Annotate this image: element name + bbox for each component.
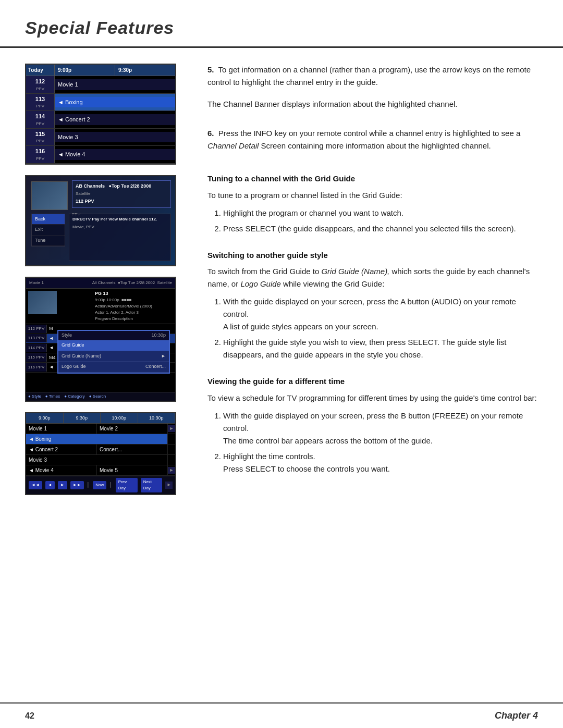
footer-page-number: 42 (25, 710, 34, 722)
guide1-ch-3: 115 PPV (26, 129, 55, 146)
tg-btn-now[interactable]: Now (93, 481, 106, 489)
guide-header: Today 9:00p 9:30p (26, 65, 175, 76)
tg-row-1: Movie 1 Movie 2 ► (26, 424, 175, 434)
step5-text: 5. To get information on a channel (rath… (207, 64, 538, 89)
step6-section: 6. Press the INFO key on your remote con… (207, 127, 538, 152)
cd-sidebar-back[interactable]: Back (32, 214, 65, 225)
tuning-intro: To tune to a program or channel listed i… (207, 189, 538, 202)
gs-style-header: Style 10:30p (58, 331, 169, 341)
gs-ch-num-4: 115 PPV (26, 353, 47, 362)
tg-btn-f[interactable]: ► (58, 481, 67, 489)
cd-info-title: AB Channels ●Top Tue 2/28 2000 (76, 183, 167, 190)
tg-header: 9:00p 9:30p 10:00p 10:30p (26, 413, 175, 424)
main-content: Today 9:00p 9:30p 112 PPV Movie 1 113 PP… (0, 64, 563, 495)
time-guide-screenshot: 9:00p 9:30p 10:00p 10:30p Movie 1 Movie … (25, 412, 176, 496)
tuning-steps: Highlight the program or channel you wan… (223, 207, 538, 235)
step5-note: The Channel Banner displays information … (207, 98, 538, 110)
gs-ch-num-5: 116 PPV (26, 363, 47, 372)
guide1-prog-0: Movie 1 (55, 79, 175, 90)
tg-prog-concert3: Concert... (97, 445, 168, 454)
tg-ctrl-now: │ (87, 482, 90, 489)
footer-chapter: Chapter 4 (495, 709, 538, 723)
tg-btn-rr[interactable]: ◄◄ (29, 481, 42, 489)
tg-btn-prev-day[interactable]: Prev Day (116, 478, 138, 492)
tg-btn-r[interactable]: ◄ (45, 481, 55, 489)
gs-style-logo[interactable]: Logo Guide Concert... (58, 362, 169, 373)
guide1-row-1: 113 PPV ◄ Boxing (26, 94, 175, 112)
gs-style-grid-name[interactable]: Grid Guide (Name) ► (58, 351, 169, 362)
guide-header-time2: 9:30p (115, 65, 175, 76)
tuning-step-2: Press SELECT (the guide disappears, and … (223, 223, 538, 235)
cd-background: AB Channels ●Top Tue 2/28 2000 Satellite… (26, 176, 175, 265)
tg-bottom-bar: ◄◄ ◄ ► ►► │ Now │ Prev Day Next Day ► (26, 476, 175, 494)
gs-style-label: Style (62, 332, 72, 339)
gs-style-logo-label: Logo Guide (62, 363, 86, 371)
gs-style-gridname-label: Grid Guide (Name) (62, 353, 101, 360)
tg-time-2: 9:30p (64, 413, 101, 424)
tg-row-4: Movie 3 ► (26, 455, 175, 465)
tg-btn-next-day[interactable]: Next Day (141, 478, 163, 492)
tuning-heading: Tuning to a channel with the Grid Guide (207, 173, 538, 185)
tg-time-4: 10:30p (138, 413, 176, 424)
cd-thumbnail (31, 181, 68, 210)
viewing-steps: With the guide displayed on your screen,… (223, 410, 538, 475)
guide1-row-3: 115 PPV Movie 3 (26, 129, 175, 146)
gs-prog-detail: Action/Adventure/Movie (2000)Actor 1, Ac… (95, 303, 152, 322)
gs-bottom-times: ● Times (45, 393, 60, 400)
gs-style-gridname-arrow: ► (161, 353, 166, 360)
tg-prog-movie2: Movie 2 (97, 424, 168, 434)
gs-style-time: 10:30p (151, 332, 166, 339)
gs-bottom-search: ● Search (89, 393, 106, 400)
switching-heading: Switching to another guide style (207, 250, 538, 262)
tg-prog-movie3: Movie 3 (26, 455, 168, 465)
switching-section: Switching to another guide style To swit… (207, 250, 538, 362)
switching-step-2: Highlight the guide style you wish to vi… (223, 336, 538, 361)
guide1-prog-1: ◄ Boxing (55, 97, 175, 108)
tuning-step-1: Highlight the program or channel you wan… (223, 207, 538, 219)
guide-header-today: Today (26, 65, 55, 76)
guide-header-time1: 9:00p (55, 65, 115, 76)
switching-step-1: With the guide displayed on your screen,… (223, 295, 538, 333)
gs-ch-num-1: 112 PPV (26, 325, 47, 333)
step6-em: Channel Detail (207, 141, 259, 150)
cd-description: DIRECTV Pay Per View Movie channel 112. … (69, 214, 171, 261)
guide1-prog-3: Movie 3 (55, 132, 175, 143)
gs-style-grid-label: Grid Guide (62, 342, 84, 349)
gs-style-logo-value: Concert... (145, 363, 166, 371)
gs-prog-time: 9:00p 10:00p ■■■■ (95, 297, 152, 303)
tg-row-5: ◄ Movie 4 Movie 5 ► (26, 465, 175, 476)
gs-prog-info: PG 13 9:00p 10:00p ■■■■ Action/Adventure… (93, 289, 154, 324)
viewing-heading: Viewing the guide for a different time (207, 376, 538, 388)
cd-sidebar-exit[interactable]: Exit (32, 225, 65, 236)
guide1-ch-2: 114 PPV (26, 111, 55, 128)
gs-bottom-category: ● Category (64, 393, 85, 400)
viewing-step-2: Highlight the time controls. Press SELEC… (223, 450, 538, 475)
page-footer: 42 Chapter 4 (0, 702, 563, 728)
tg-prog-boxing: ◄ Boxing (26, 434, 168, 444)
gs-ch-num-3: 114 PPV (26, 344, 47, 352)
guide1-prog-4: ◄ Movie 4 (55, 149, 175, 160)
guide1-ch-0: 112 PPV (26, 76, 55, 93)
gs-style-grid[interactable]: Grid Guide (58, 340, 169, 351)
step6-text: 6. Press the INFO key on your remote con… (207, 127, 538, 152)
gs-prog-title: PG 13 (95, 290, 152, 298)
tg-prog-movie5: Movie 5 (97, 465, 168, 475)
tg-prog-concert2: ◄ Concert 2 (26, 445, 97, 454)
guide1-ch-1: 113 PPV (26, 94, 55, 111)
page-header: Special Features (0, 0, 563, 48)
right-column: 5. To get information on a channel (rath… (202, 64, 538, 495)
switching-steps: With the guide displayed on your screen,… (223, 295, 538, 361)
tg-prog-movie1: Movie 1 (26, 424, 97, 434)
tg-btn-ff[interactable]: ►► (70, 481, 84, 489)
cd-sidebar: Back Exit Tune (31, 214, 65, 247)
guide-screenshot-1: Today 9:00p 9:30p 112 PPV Movie 1 113 PP… (25, 64, 176, 165)
tg-prog-movie4: ◄ Movie 4 (26, 465, 97, 475)
step6-num: 6. (207, 129, 214, 138)
gs-thumbnail (28, 291, 57, 314)
cd-desc-title: DIRECTV Pay Per View Movie channel 112. (72, 216, 167, 223)
tuning-section: Tuning to a channel with the Grid Guide … (207, 173, 538, 235)
cd-sidebar-tune[interactable]: Tune (32, 236, 65, 246)
tg-arrow-1: ► (168, 425, 175, 433)
tg-arrow-5: ► (168, 467, 175, 474)
page-title: Special Features (25, 15, 538, 41)
